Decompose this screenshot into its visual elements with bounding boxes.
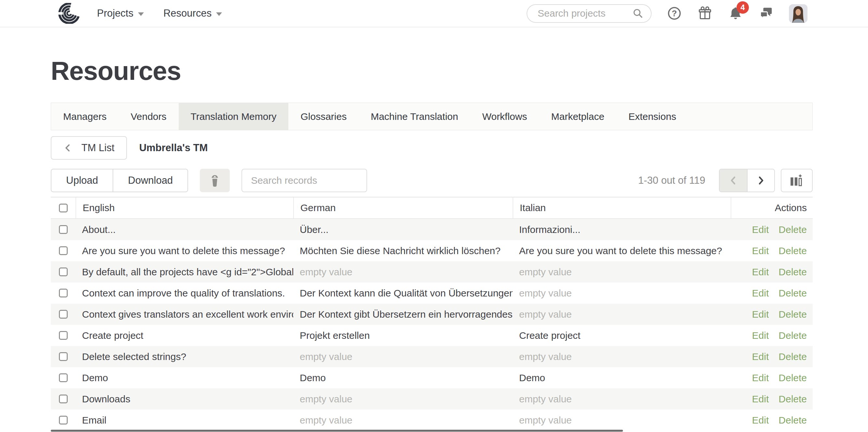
delete-link[interactable]: Delete (778, 288, 807, 298)
row-select-cell (51, 416, 75, 425)
row-actions: EditDelete (731, 266, 813, 278)
cell-english: Delete selected strings? (75, 351, 293, 362)
row-checkbox[interactable] (59, 395, 68, 403)
row-checkbox[interactable] (59, 310, 68, 319)
row-select-cell (51, 267, 75, 276)
projects-menu-label: Projects (97, 7, 133, 19)
search-icon[interactable] (631, 7, 644, 20)
tab-translation-memory[interactable]: Translation Memory (179, 103, 289, 130)
cell-german: empty value (293, 415, 513, 426)
row-checkbox[interactable] (59, 246, 68, 255)
edit-link[interactable]: Edit (752, 372, 769, 383)
empty-value-label: empty value (519, 309, 572, 320)
edit-link[interactable]: Edit (752, 288, 769, 298)
table-row: Downloadsempty valueempty valueEditDelet… (51, 388, 813, 409)
edit-link[interactable]: Edit (752, 266, 769, 277)
empty-value-label: empty value (300, 266, 352, 277)
row-checkbox[interactable] (59, 331, 68, 340)
edit-link[interactable]: Edit (752, 394, 769, 404)
cell-german: Demo (293, 372, 513, 383)
tab-extensions[interactable]: Extensions (616, 103, 688, 130)
delete-link[interactable]: Delete (778, 330, 807, 341)
delete-link[interactable]: Delete (778, 415, 807, 426)
edit-link[interactable]: Edit (752, 351, 769, 362)
search-records-input[interactable] (242, 169, 367, 192)
row-actions: EditDelete (731, 224, 813, 235)
tab-managers[interactable]: Managers (51, 103, 119, 130)
search-projects-input[interactable] (537, 7, 631, 19)
row-checkbox[interactable] (59, 373, 68, 382)
tab-vendors[interactable]: Vendors (119, 103, 178, 130)
edit-link[interactable]: Edit (752, 309, 769, 320)
row-actions: EditDelete (731, 245, 813, 256)
delete-selected-button[interactable] (200, 169, 230, 192)
gift-button[interactable] (697, 5, 713, 21)
notifications-button[interactable]: 4 (728, 5, 743, 21)
cell-german: empty value (293, 266, 513, 278)
projects-menu[interactable]: Projects (97, 7, 144, 19)
empty-value-label: empty value (519, 394, 572, 404)
delete-link[interactable]: Delete (778, 224, 807, 235)
select-all-checkbox[interactable] (59, 204, 68, 212)
row-select-cell (51, 352, 75, 361)
cell-italian: empty value (513, 415, 731, 426)
row-select-cell (51, 395, 75, 403)
delete-link[interactable]: Delete (778, 351, 807, 362)
cell-english: Email (75, 415, 293, 426)
select-all-cell (51, 197, 75, 218)
table-row: Context gives translators an excellent w… (51, 304, 813, 325)
chevron-down-icon (216, 12, 222, 16)
chevron-down-icon (138, 12, 144, 16)
cell-english: Are you sure you want to delete this mes… (75, 245, 293, 256)
delete-link[interactable]: Delete (778, 394, 807, 404)
next-page-button[interactable] (747, 169, 774, 192)
edit-link[interactable]: Edit (752, 330, 769, 341)
previous-page-button[interactable] (720, 169, 747, 192)
upload-button[interactable]: Upload (52, 169, 113, 192)
breadcrumb: TM List Umbrella's TM (51, 136, 813, 160)
row-actions: EditDelete (731, 394, 813, 405)
help-button[interactable]: ? (666, 5, 682, 21)
empty-value-label: empty value (300, 351, 352, 362)
delete-link[interactable]: Delete (778, 245, 807, 256)
current-tm-name: Umbrella's TM (139, 142, 208, 154)
tab-machine-translation[interactable]: Machine Translation (359, 103, 470, 130)
resources-menu-label: Resources (163, 7, 212, 19)
tm-toolbar: Upload Download 1-30 out of 119 (51, 169, 813, 192)
page-content: Resources Managers Vendors Translation M… (51, 27, 813, 431)
delete-link[interactable]: Delete (778, 372, 807, 383)
download-button[interactable]: Download (113, 169, 187, 192)
row-checkbox[interactable] (59, 289, 68, 297)
cell-italian: empty value (513, 309, 731, 320)
delete-link[interactable]: Delete (778, 266, 807, 277)
empty-value-label: empty value (519, 288, 572, 298)
back-to-tm-list-button[interactable]: TM List (51, 136, 127, 160)
horizontal-scrollbar[interactable] (51, 430, 623, 432)
row-actions: EditDelete (731, 330, 813, 341)
user-avatar[interactable] (789, 4, 807, 23)
tab-marketplace[interactable]: Marketplace (539, 103, 616, 130)
resources-menu[interactable]: Resources (163, 7, 222, 19)
edit-link[interactable]: Edit (752, 224, 769, 235)
chevron-left-icon (728, 175, 739, 186)
row-checkbox[interactable] (59, 225, 68, 234)
edit-link[interactable]: Edit (752, 245, 769, 256)
chat-icon (758, 6, 774, 21)
messages-button[interactable] (758, 5, 774, 21)
app-logo-icon[interactable] (52, 3, 80, 24)
configure-columns-button[interactable] (781, 169, 813, 192)
tab-workflows[interactable]: Workflows (470, 103, 539, 130)
resources-tabbar: Managers Vendors Translation Memory Glos… (51, 103, 813, 130)
cell-english: By default, all the projects have <g id=… (75, 266, 293, 278)
gift-icon (698, 6, 712, 21)
column-header-italian: Italian (513, 197, 731, 218)
table-row: DemoDemoDemoEditDelete (51, 367, 813, 388)
row-checkbox[interactable] (59, 267, 68, 276)
row-checkbox[interactable] (59, 352, 68, 361)
edit-link[interactable]: Edit (752, 415, 769, 426)
tab-glossaries[interactable]: Glossaries (288, 103, 359, 130)
row-actions: EditDelete (731, 288, 813, 299)
cell-italian: empty value (513, 351, 731, 362)
row-checkbox[interactable] (59, 416, 68, 425)
delete-link[interactable]: Delete (778, 309, 807, 320)
